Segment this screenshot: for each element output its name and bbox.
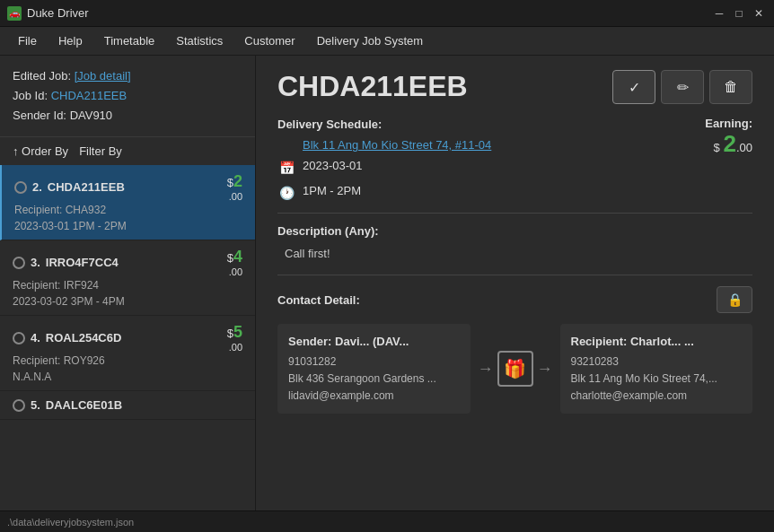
maximize-button[interactable]: □ (731, 5, 747, 22)
job-item-title-3: 5.DAALC6E01B (13, 398, 122, 412)
job-detail-link[interactable]: [Job detail] (75, 69, 131, 83)
main-area: Edited Job: [Job detail] Job Id: CHDA211… (0, 56, 774, 510)
job-item-earning-1: $4.00 (227, 248, 242, 277)
earning-dollar: $ (714, 141, 724, 154)
clock-icon: 🕐 (277, 184, 295, 202)
job-item-datetime-0: 2023-03-01 1PM - 2PM (14, 220, 242, 232)
confirm-button[interactable]: ✓ (612, 70, 655, 104)
recipient-label: Recipient: (571, 335, 628, 348)
gift-icon: 🎁 (497, 351, 533, 387)
job-list-item-3[interactable]: 5.DAALC6E01B (0, 391, 255, 420)
menu-help[interactable]: Help (48, 31, 93, 51)
arrow-right: → (537, 360, 553, 379)
sender-id-label: Sender Id: (13, 109, 66, 122)
job-item-recipient-0: Recipient: CHA932 (14, 204, 242, 216)
sender-address: Blk 436 Serangoon Gardens ... (288, 371, 460, 388)
recipient-card: Recipient: Charlot... ... 93210283 Blk 1… (560, 324, 753, 414)
sidebar-controls: ↑ Order By Filter By (0, 137, 255, 165)
job-item-radio-1[interactable] (13, 257, 25, 269)
job-list-item-2[interactable]: 4.ROAL254C6D$5.00Recipient: ROY926N.A.N.… (0, 316, 255, 391)
menu-customer[interactable]: Customer (233, 31, 305, 51)
file-path: .\data\deliveryjobsystem.json (7, 517, 134, 528)
close-button[interactable]: ✕ (751, 5, 767, 22)
recipient-name: Charlot... (630, 335, 681, 348)
job-item-title-1: 3.IRRO4F7CC4 (13, 256, 119, 269)
recipient-phone: 93210283 (571, 353, 743, 371)
right-panel: ✓ ✏ 🗑 CHDA211EEB Earning: $ 2.00 Deliver… (256, 56, 774, 510)
job-item-earning-2: $5.00 (227, 323, 242, 353)
order-by-button[interactable]: ↑ Order By (13, 144, 68, 158)
date-row: 📅 2023-03-01 (277, 159, 752, 177)
job-item-radio-2[interactable] (13, 332, 25, 344)
earning-display: Earning: $ 2.00 (705, 117, 752, 158)
address-row: Blk 11 Ang Mo Kio Street 74, #11-04 (277, 138, 752, 152)
job-earning-dollar-2: $ (227, 327, 233, 340)
app-icon: 🚗 (7, 6, 22, 21)
job-item-datetime-1: 2023-03-02 3PM - 4PM (13, 295, 242, 308)
menu-timetable[interactable]: Timetable (93, 31, 166, 51)
edit-button[interactable]: ✏ (661, 70, 704, 104)
job-earning-amount-2: 5 (233, 323, 242, 341)
sender-card: Sender: Davi... (DAV... 91031282 Blk 436… (277, 324, 471, 414)
edited-job-line: Edited Job: [Job detail] (13, 66, 242, 86)
job-item-header-2: 4.ROAL254C6D$5.00 (13, 323, 242, 353)
job-item-header-3: 5.DAALC6E01B (13, 398, 242, 412)
job-item-radio-3[interactable] (13, 399, 25, 412)
title-bar-left: 🚗 Duke Driver (7, 6, 89, 21)
sender-name-line: Sender: Davi... (DAV... (288, 333, 460, 352)
recipient-address: Blk 11 Ang Mo Kio Street 74,... (571, 371, 743, 388)
address-value[interactable]: Blk 11 Ang Mo Kio Street 74, #11-04 (303, 138, 491, 152)
earning-amount: 2 (723, 130, 735, 157)
description-label: Description (Any): (277, 224, 752, 238)
divider2 (277, 275, 752, 275)
job-earning-amount-1: 4 (233, 248, 242, 266)
menu-statistics[interactable]: Statistics (165, 31, 233, 51)
earning-cents: .00 (736, 141, 752, 154)
job-earning-cents-0: .00 (227, 191, 242, 202)
delivery-schedule-row: Delivery Schedule: (277, 118, 752, 131)
job-item-number-2: 4. (31, 331, 40, 344)
sender-id: (DAV... (373, 335, 409, 348)
menu-delivery-job-system[interactable]: Delivery Job System (306, 31, 434, 51)
job-earning-dollar-1: $ (227, 251, 233, 265)
date-value: 2023-03-01 (303, 159, 363, 172)
job-item-header-0: 2.CHDA211EEB$2.00 (14, 172, 242, 202)
arrow-left: → (478, 360, 494, 379)
earning-value-row: $ 2.00 (705, 130, 752, 158)
job-id-value: CHDA211EEB (51, 89, 128, 102)
recipient-name-line: Recipient: Charlot... ... (571, 333, 743, 352)
action-buttons: ✓ ✏ 🗑 (612, 70, 752, 104)
sidebar-info: Edited Job: [Job detail] Job Id: CHDA211… (0, 56, 255, 137)
divider (277, 213, 752, 214)
contact-label: Contact Detail: (277, 293, 360, 307)
menu-file[interactable]: File (7, 31, 48, 51)
sender-label: Sender: (288, 335, 331, 348)
job-item-radio-0[interactable] (14, 181, 27, 194)
contact-row: Sender: Davi... (DAV... 91031282 Blk 436… (277, 324, 752, 414)
job-earning-cents-1: .00 (227, 266, 242, 277)
job-item-number-0: 2. (32, 180, 42, 194)
delete-button[interactable]: 🗑 (709, 70, 752, 104)
job-list-item-1[interactable]: 3.IRRO4F7CC4$4.00Recipient: IRF9242023-0… (0, 240, 255, 316)
edited-job-label: Edited Job: (13, 69, 71, 83)
filter-by-button[interactable]: Filter By (79, 144, 122, 158)
title-bar-controls: ─ □ ✕ (711, 5, 767, 22)
minimize-button[interactable]: ─ (711, 5, 727, 22)
job-item-number-3: 5. (31, 398, 40, 412)
delivery-schedule-label: Delivery Schedule: (277, 118, 385, 131)
recipient-email: charlotte@example.com (571, 388, 743, 405)
job-item-title-2: 4.ROAL254C6D (13, 331, 121, 344)
job-earning-dollar-0: $ (227, 176, 233, 189)
job-id-label: Job Id: (13, 89, 48, 102)
sender-phone: 91031282 (288, 353, 460, 371)
job-list-item-0[interactable]: 2.CHDA211EEB$2.00Recipient: CHA9322023-0… (0, 165, 255, 240)
lock-button[interactable]: 🔒 (717, 286, 752, 313)
recipient-id: ... (684, 335, 694, 348)
contact-section: Contact Detail: 🔒 Sender: Davi... (DAV..… (277, 286, 752, 414)
sender-id-value: DAV910 (70, 109, 112, 122)
sender-id-line: Sender Id: DAV910 (13, 106, 242, 126)
menu-bar: File Help Timetable Statistics Customer … (0, 27, 774, 56)
job-earning-amount-0: 2 (233, 172, 242, 190)
job-item-id-2: ROAL254C6D (46, 331, 122, 344)
contact-header: Contact Detail: 🔒 (277, 286, 752, 313)
